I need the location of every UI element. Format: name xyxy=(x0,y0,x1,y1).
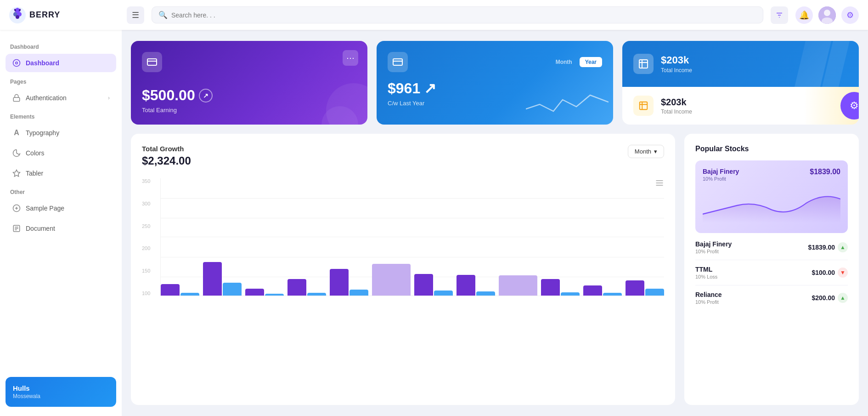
earning-card: ⋯ $500.00 ↗ Total Earning xyxy=(131,41,367,125)
sidebar-item-dashboard[interactable]: Dashboard xyxy=(6,54,116,72)
month-toggle-button[interactable]: Month xyxy=(550,57,578,67)
svg-rect-24 xyxy=(147,59,157,65)
bar-blue-0 xyxy=(180,293,199,296)
search-bar: 🔍 xyxy=(152,6,763,23)
sidebar-item-tabler[interactable]: Tabler xyxy=(6,164,116,182)
svg-marker-16 xyxy=(13,170,20,177)
bar-chart: 100 150 200 250 300 350 xyxy=(142,178,664,307)
y-label-100: 100 xyxy=(142,291,158,296)
bar-purple-9 xyxy=(541,279,560,296)
bar-purple-11 xyxy=(626,280,644,296)
logo-text: BERRY xyxy=(29,10,60,20)
y-label-200: 200 xyxy=(142,245,158,251)
bar-blue-10 xyxy=(603,293,622,296)
sidebar-card-name: Hulls xyxy=(13,384,109,392)
chart-card: Total Growth $2,324.00 Month ▾ xyxy=(131,134,675,405)
chart-menu-button[interactable] xyxy=(655,178,664,189)
income-bottom-amount: $203k xyxy=(661,97,692,108)
sidebar-card-sub: Mossewala xyxy=(13,393,109,399)
sidebar-item-typography[interactable]: A Typography xyxy=(6,124,116,142)
sidebar-section-pages: Pages xyxy=(6,74,116,87)
year-toggle-button[interactable]: Year xyxy=(580,57,602,67)
avatar[interactable] xyxy=(818,6,836,24)
svg-point-3 xyxy=(16,15,19,19)
svg-rect-31 xyxy=(640,102,648,110)
sidebar-item-colors[interactable]: Colors xyxy=(6,144,116,162)
sidebar-typography-label: Typography xyxy=(26,129,59,137)
sidebar-item-sample-page[interactable]: Sample Page xyxy=(6,199,116,217)
avatar-image xyxy=(818,6,836,24)
cw-card-icon xyxy=(388,52,408,72)
logo-area: BERRY xyxy=(9,7,119,23)
reliance-name: Reliance xyxy=(695,291,722,298)
sidebar-colors-label: Colors xyxy=(26,149,44,157)
bar-group-3 xyxy=(287,178,326,296)
earning-more-button[interactable]: ⋯ xyxy=(343,50,358,66)
bar-blue-2 xyxy=(265,294,284,296)
bar-group-2 xyxy=(245,178,284,296)
earning-label: Total Earning xyxy=(142,107,356,114)
bar-blue-11 xyxy=(645,289,664,296)
stocks-card: Popular Stocks Bajaj Finery 10% Profit $… xyxy=(684,134,859,405)
header: BERRY ☰ 🔍 🔔 ⚙ xyxy=(0,0,868,30)
sidebar-section-dashboard: Dashboard xyxy=(6,39,116,52)
cw-toggle-group: Month Year xyxy=(550,57,602,67)
sidebar-item-authentication[interactable]: Authentication › xyxy=(6,89,116,107)
settings-button[interactable]: ⚙ xyxy=(841,6,859,24)
bars-area xyxy=(160,178,664,296)
hamburger-button[interactable]: ☰ xyxy=(127,6,144,24)
reliance-profit: 10% Profit xyxy=(695,299,722,305)
chevron-right-icon: › xyxy=(108,95,110,101)
sample-page-icon xyxy=(12,204,21,213)
svg-rect-26 xyxy=(393,59,402,65)
cw-arrow-icon: ↗ xyxy=(424,80,436,97)
sidebar-item-document[interactable]: Document xyxy=(6,219,116,238)
bar-purple-10 xyxy=(583,285,602,296)
bottom-row: Total Growth $2,324.00 Month ▾ xyxy=(131,134,859,405)
y-label-150: 150 xyxy=(142,268,158,274)
filter-button[interactable] xyxy=(771,6,788,24)
earning-amount: $500.00 ↗ xyxy=(142,87,356,104)
bar-blue-3 xyxy=(307,293,326,296)
featured-stock-price: $1839.00 xyxy=(810,168,840,176)
chevron-down-icon: ▾ xyxy=(654,148,657,155)
bajaj-price: $1839.00 xyxy=(808,244,835,251)
month-select-button[interactable]: Month ▾ xyxy=(628,145,664,158)
bar-light-8 xyxy=(499,275,537,296)
search-input[interactable] xyxy=(171,11,756,19)
notification-button[interactable]: 🔔 xyxy=(795,6,813,24)
hamburger-icon: ☰ xyxy=(132,10,139,20)
bar-group-5 xyxy=(372,178,411,296)
reliance-trend-icon: ▲ xyxy=(838,293,848,303)
stock-list-item-reliance: Reliance 10% Profit $200.00 ▲ xyxy=(695,291,848,305)
more-dots-icon: ⋯ xyxy=(346,53,355,63)
typography-icon: A xyxy=(12,128,21,137)
header-right: 🔔 ⚙ xyxy=(795,6,859,24)
cw-card: Month Year $961 ↗ C/w Last Year xyxy=(377,41,613,125)
bar-group-6 xyxy=(414,178,453,296)
gear-icon: ⚙ xyxy=(846,10,854,20)
sidebar-section-elements: Elements xyxy=(6,109,116,122)
featured-stock-profit: 10% Profit xyxy=(703,176,739,182)
sidebar-tabler-label: Tabler xyxy=(26,170,43,177)
income-top-icon xyxy=(633,54,654,74)
ttml-trend-icon: ▼ xyxy=(838,268,848,278)
bar-purple-4 xyxy=(330,269,349,296)
bar-purple-0 xyxy=(161,284,180,296)
income-cards: $203k Total Income xyxy=(622,41,859,125)
bar-group-11 xyxy=(626,178,664,296)
stocks-title: Popular Stocks xyxy=(695,145,848,153)
logo-icon xyxy=(9,7,26,23)
bar-purple-7 xyxy=(457,275,475,296)
sidebar-section-other: Other xyxy=(6,184,116,197)
month-label: Month xyxy=(635,148,651,155)
bar-light-5 xyxy=(372,264,411,296)
bar-blue-7 xyxy=(476,291,495,296)
bar-purple-2 xyxy=(245,289,264,296)
bar-purple-6 xyxy=(414,274,433,296)
bar-group-4 xyxy=(330,178,368,296)
search-icon: 🔍 xyxy=(158,11,168,19)
stock-mini-chart xyxy=(703,187,840,226)
chart-amount: $2,324.00 xyxy=(142,154,191,167)
y-label-300: 300 xyxy=(142,201,158,206)
